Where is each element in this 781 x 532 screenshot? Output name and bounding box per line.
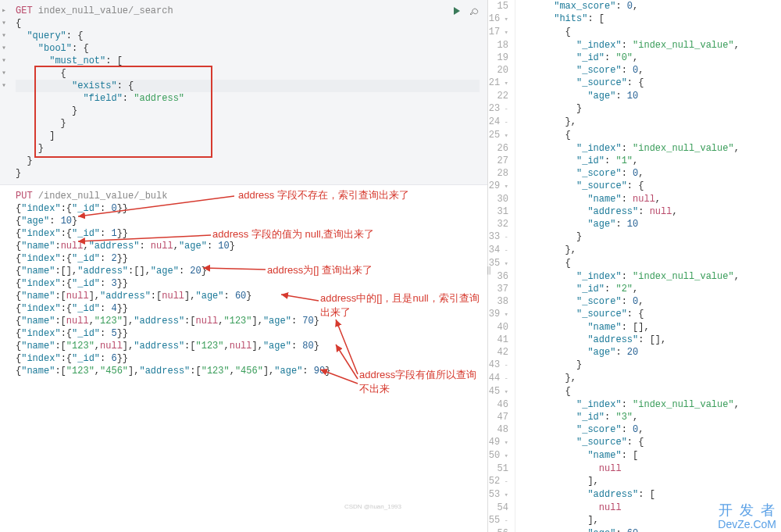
code-line[interactable]: {"index":{"_id": 3}} [16, 277, 480, 290]
result-line[interactable]: 17 ▾ { [488, 26, 781, 39]
line-code: { [515, 257, 781, 270]
fold-arrow-icon[interactable]: ▾ [2, 42, 6, 55]
line-number: 30 [488, 193, 515, 205]
code-line[interactable]: ▾ { [16, 67, 480, 80]
result-line[interactable]: 15 "max_score": 0, [488, 0, 781, 12]
fold-arrow-icon[interactable]: ▾ [2, 67, 6, 80]
code-line[interactable]: ▾ "exists": { [16, 80, 480, 92]
code-line[interactable]: } [16, 155, 480, 167]
line-code: "_id": "0", [515, 52, 781, 64]
code-line[interactable]: ] [16, 130, 480, 142]
line-number: 29 ▾ [488, 180, 515, 193]
result-line[interactable]: 43 - } [488, 359, 781, 372]
line-code: "_source": { [515, 77, 781, 90]
result-line[interactable]: 23 - } [488, 102, 781, 116]
fold-arrow-icon[interactable]: ▸ [2, 5, 6, 17]
fold-arrow-icon[interactable]: ▾ [2, 80, 6, 92]
result-line[interactable]: 40 "name": [], [488, 321, 781, 334]
code-line[interactable]: } [16, 117, 480, 130]
result-line[interactable]: 16 ▾ "hits": [ [488, 12, 781, 26]
result-line[interactable]: 45 ▾ { [488, 385, 781, 398]
code-line[interactable]: {"index":{"_id": 5}} [16, 327, 480, 340]
code-line[interactable]: } [16, 142, 480, 155]
line-code: { [515, 26, 781, 39]
code-line[interactable]: ▾ "query": { [16, 30, 480, 42]
line-number: 56 [488, 527, 515, 532]
result-line[interactable]: 32 "age": 10 [488, 218, 781, 230]
result-line[interactable]: 38 "_score": 0, [488, 295, 781, 308]
query-editor[interactable]: ▸GET index_null_value/_search ▾{▾ "query… [0, 0, 487, 185]
result-line[interactable]: 49 ▾ "_source": { [488, 436, 781, 449]
line-number: 43 - [488, 359, 515, 372]
result-line[interactable]: 41 "address": [], [488, 334, 781, 346]
code-line[interactable]: {"age": 10} [16, 215, 480, 227]
line-code: "_score": 0, [515, 64, 781, 77]
result-line[interactable]: 37 "_id": "2", [488, 283, 781, 295]
line-code: "name": null, [515, 193, 781, 205]
code-line[interactable]: {"name":[],"address":[],"age": 20} [16, 265, 480, 277]
annotation-3: address为[] 查询出来了 [267, 263, 373, 277]
code-line[interactable]: } [16, 167, 480, 180]
fold-arrow-icon[interactable]: ▾ [2, 55, 6, 67]
code-line[interactable]: ▾ "bool": { [16, 42, 480, 55]
result-line[interactable]: 28 "_score": 0, [488, 167, 781, 180]
result-line[interactable]: 34 - }, [488, 244, 781, 257]
result-line[interactable]: 50 ▾ "name": [ [488, 449, 781, 462]
result-line[interactable]: 25 ▾ { [488, 129, 781, 142]
result-line[interactable]: 24 - }, [488, 116, 781, 129]
code-line[interactable]: {"index":{"_id": 0}} [16, 202, 480, 215]
code-line[interactable]: ▾ "must_not": [ [16, 55, 480, 67]
line-code: "address": null, [515, 205, 781, 218]
result-line[interactable]: 51 null [488, 462, 781, 475]
result-line[interactable]: 27 "_id": "1", [488, 155, 781, 167]
result-line[interactable]: 18 "_index": "index_null_value", [488, 39, 781, 52]
line-number: 45 ▾ [488, 385, 515, 398]
line-number: 17 ▾ [488, 26, 515, 39]
result-line[interactable]: 48 "_score": 0, [488, 423, 781, 436]
result-line[interactable]: 33 - } [488, 230, 781, 244]
csdn-watermark: CSDN @huan_1993 [344, 503, 401, 510]
line-code: } [515, 102, 781, 116]
left-pane: ▸GET index_null_value/_search ▾{▾ "query… [0, 0, 488, 532]
line-number: 49 ▾ [488, 436, 515, 449]
response-viewer[interactable]: 15 "max_score": 0,16 ▾ "hits": [17 ▾ {18… [488, 0, 781, 532]
result-line[interactable]: 52 - ], [488, 475, 781, 488]
result-line[interactable]: 42 "age": 20 [488, 346, 781, 359]
line-number: 47 [488, 411, 515, 423]
bulk-editor[interactable]: PUT /index_null_value/_bulk {"index":{"_… [0, 185, 487, 382]
line-number: 23 - [488, 102, 515, 116]
result-line[interactable]: 35 ▾ { [488, 257, 781, 270]
result-line[interactable]: 21 ▾ "_source": { [488, 77, 781, 90]
code-line[interactable]: } [16, 105, 480, 117]
result-line[interactable]: 47 "_id": "3", [488, 411, 781, 423]
result-line[interactable]: 19 "_id": "0", [488, 52, 781, 64]
line-code: "max_score": 0, [515, 0, 781, 12]
line-number: 22 [488, 90, 515, 102]
result-line[interactable]: 39 ▾ "_source": { [488, 308, 781, 321]
result-line[interactable]: 46 "_index": "index_null_value", [488, 398, 781, 411]
code-line[interactable]: {"index":{"_id": 6}} [16, 352, 480, 365]
line-number: 36 [488, 270, 515, 283]
result-line[interactable]: 31 "address": null, [488, 205, 781, 218]
line-code: "age": 10 [515, 90, 781, 102]
result-line[interactable]: 29 ▾ "_source": { [488, 180, 781, 193]
code-line[interactable]: ▾{ [16, 17, 480, 30]
code-line[interactable]: {"name":["123",null],"address":["123",nu… [16, 340, 480, 352]
result-line[interactable]: 36 "_index": "index_null_value", [488, 270, 781, 283]
code-line[interactable]: {"name":null,"address": null,"age": 10} [16, 240, 480, 252]
result-line[interactable]: 44 - }, [488, 372, 781, 385]
result-line[interactable]: 26 "_index": "index_null_value", [488, 142, 781, 155]
request-line[interactable]: ▸GET index_null_value/_search [16, 5, 480, 17]
fold-arrow-icon[interactable]: ▾ [2, 17, 6, 30]
code-line[interactable]: "field": "address" [16, 92, 480, 105]
line-code: "address": [ [515, 488, 781, 502]
result-line[interactable]: 53 ▾ "address": [ [488, 488, 781, 502]
result-line[interactable]: 20 "_score": 0, [488, 64, 781, 77]
line-code: "_score": 0, [515, 423, 781, 436]
fold-arrow-icon[interactable]: ▾ [2, 30, 6, 42]
code-line[interactable]: {"index":{"_id": 2}} [16, 252, 480, 265]
result-line[interactable]: 22 "age": 10 [488, 90, 781, 102]
line-code: "_index": "index_null_value", [515, 398, 781, 411]
line-code: "_score": 0, [515, 167, 781, 180]
result-line[interactable]: 30 "name": null, [488, 193, 781, 205]
